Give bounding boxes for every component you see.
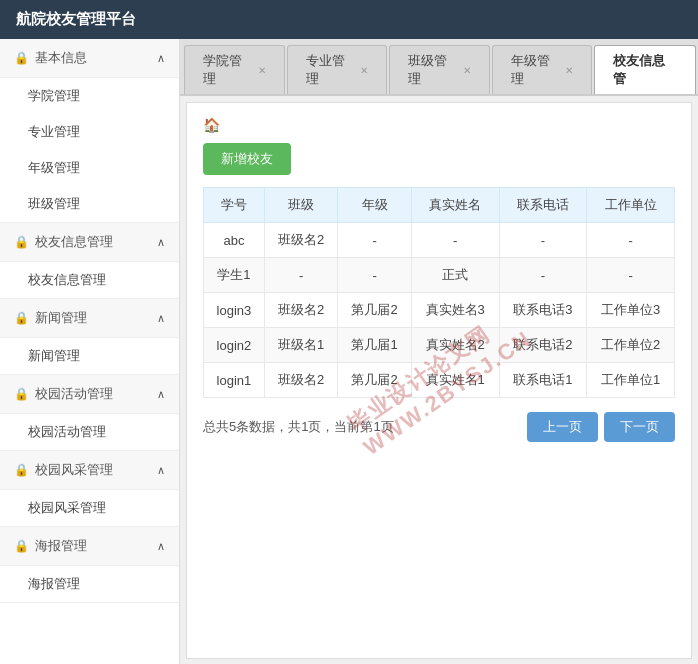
col-header-student-no: 学号 bbox=[204, 188, 265, 223]
tab-close-icon-3[interactable]: ✕ bbox=[463, 65, 471, 76]
table-cell-student_no: abc bbox=[204, 223, 265, 258]
col-header-company: 工作单位 bbox=[587, 188, 675, 223]
chevron-up-icon-4: ∧ bbox=[157, 388, 165, 401]
table-cell-grade: - bbox=[338, 258, 411, 293]
sidebar-section-basic-info: 🔒 基本信息 ∧ 学院管理 专业管理 年级管理 班级管理 bbox=[0, 39, 179, 223]
table-cell-grade: 第几届1 bbox=[338, 328, 411, 363]
home-icon[interactable]: 🏠 bbox=[203, 117, 220, 133]
table-cell-company: - bbox=[587, 223, 675, 258]
table-cell-company: - bbox=[587, 258, 675, 293]
col-header-grade: 年级 bbox=[338, 188, 411, 223]
tab-close-icon-4[interactable]: ✕ bbox=[565, 65, 573, 76]
table-cell-company: 工作单位3 bbox=[587, 293, 675, 328]
table-cell-phone: 联系电话1 bbox=[499, 363, 587, 398]
table-cell-company: 工作单位2 bbox=[587, 328, 675, 363]
chevron-up-icon-6: ∧ bbox=[157, 540, 165, 553]
lock-icon-6: 🔒 bbox=[14, 539, 29, 553]
lock-icon-3: 🔒 bbox=[14, 311, 29, 325]
tab-major-mgmt[interactable]: 专业管理 ✕ bbox=[287, 45, 388, 94]
sidebar-section-label-news: 新闻管理 bbox=[35, 309, 87, 327]
table-cell-real_name: 正式 bbox=[411, 258, 499, 293]
header: 航院校友管理平台 bbox=[0, 0, 698, 39]
app-title: 航院校友管理平台 bbox=[16, 10, 136, 27]
chevron-up-icon-2: ∧ bbox=[157, 236, 165, 249]
table-cell-grade: 第几届2 bbox=[338, 293, 411, 328]
tab-bar: 学院管理 ✕ 专业管理 ✕ 班级管理 ✕ 年级管理 ✕ 校友信息管 bbox=[180, 39, 698, 96]
lock-icon-5: 🔒 bbox=[14, 463, 29, 477]
table-cell-real_name: 真实姓名2 bbox=[411, 328, 499, 363]
table-cell-student_no: 学生1 bbox=[204, 258, 265, 293]
lock-icon-4: 🔒 bbox=[14, 387, 29, 401]
table-cell-grade: - bbox=[338, 223, 411, 258]
alumni-table: 学号 班级 年级 真实姓名 联系电话 工作单位 abc班级名2----学生1--… bbox=[203, 187, 675, 398]
table-cell-phone: - bbox=[499, 223, 587, 258]
sidebar-section-campus-style: 🔒 校园风采管理 ∧ 校园风采管理 bbox=[0, 451, 179, 527]
sidebar-section-label-campus-style: 校园风采管理 bbox=[35, 461, 113, 479]
chevron-up-icon: ∧ bbox=[157, 52, 165, 65]
sidebar-item-class-mgmt[interactable]: 班级管理 bbox=[0, 186, 179, 222]
sidebar-section-title-news[interactable]: 🔒 新闻管理 ∧ bbox=[0, 299, 179, 338]
tab-close-icon[interactable]: ✕ bbox=[258, 65, 266, 76]
main-content: 学院管理 ✕ 专业管理 ✕ 班级管理 ✕ 年级管理 ✕ 校友信息管 � bbox=[180, 39, 698, 664]
chevron-up-icon-5: ∧ bbox=[157, 464, 165, 477]
sidebar: 🔒 基本信息 ∧ 学院管理 专业管理 年级管理 班级管理 🔒 校友信息管理 ∧ bbox=[0, 39, 180, 664]
table-cell-real_name: 真实姓名3 bbox=[411, 293, 499, 328]
table-cell-real_name: - bbox=[411, 223, 499, 258]
table-cell-grade: 第几届2 bbox=[338, 363, 411, 398]
sidebar-item-grade-mgmt[interactable]: 年级管理 bbox=[0, 150, 179, 186]
sidebar-section-activity: 🔒 校园活动管理 ∧ 校园活动管理 bbox=[0, 375, 179, 451]
sidebar-section-label-basic-info: 基本信息 bbox=[35, 49, 87, 67]
table-cell-phone: - bbox=[499, 258, 587, 293]
table-header-row: 学号 班级 年级 真实姓名 联系电话 工作单位 bbox=[204, 188, 675, 223]
sidebar-section-title-campus-style[interactable]: 🔒 校园风采管理 ∧ bbox=[0, 451, 179, 490]
sidebar-item-college-mgmt[interactable]: 学院管理 bbox=[0, 78, 179, 114]
tab-class-mgmt[interactable]: 班级管理 ✕ bbox=[389, 45, 490, 94]
table-cell-class: 班级名1 bbox=[264, 328, 337, 363]
prev-page-button[interactable]: 上一页 bbox=[527, 412, 598, 442]
sidebar-item-alumni-info[interactable]: 校友信息管理 bbox=[0, 262, 179, 298]
sidebar-section-label-activity: 校园活动管理 bbox=[35, 385, 113, 403]
table-cell-company: 工作单位1 bbox=[587, 363, 675, 398]
lock-icon-2: 🔒 bbox=[14, 235, 29, 249]
new-alumni-button[interactable]: 新增校友 bbox=[203, 143, 291, 175]
content-area: 🏠 新增校友 学号 班级 年级 真实姓名 联系电话 工作单位 abc bbox=[186, 102, 692, 659]
pagination-bar: 总共5条数据，共1页，当前第1页 上一页 下一页 bbox=[203, 412, 675, 442]
table-cell-class: 班级名2 bbox=[264, 363, 337, 398]
sidebar-section-title-activity[interactable]: 🔒 校园活动管理 ∧ bbox=[0, 375, 179, 414]
sidebar-item-campus-style[interactable]: 校园风采管理 bbox=[0, 490, 179, 526]
sidebar-section-title-poster[interactable]: 🔒 海报管理 ∧ bbox=[0, 527, 179, 566]
tab-alumni-info[interactable]: 校友信息管 bbox=[594, 45, 696, 94]
table-row: login1班级名2第几届2真实姓名1联系电话1工作单位1 bbox=[204, 363, 675, 398]
sidebar-section-label-poster: 海报管理 bbox=[35, 537, 87, 555]
table-cell-class: 班级名2 bbox=[264, 223, 337, 258]
tab-college-mgmt[interactable]: 学院管理 ✕ bbox=[184, 45, 285, 94]
sidebar-section-title-basic-info[interactable]: 🔒 基本信息 ∧ bbox=[0, 39, 179, 78]
sidebar-section-news: 🔒 新闻管理 ∧ 新闻管理 bbox=[0, 299, 179, 375]
table-cell-phone: 联系电话3 bbox=[499, 293, 587, 328]
sidebar-section-poster: 🔒 海报管理 ∧ 海报管理 bbox=[0, 527, 179, 603]
next-page-button[interactable]: 下一页 bbox=[604, 412, 675, 442]
table-row: login3班级名2第几届2真实姓名3联系电话3工作单位3 bbox=[204, 293, 675, 328]
table-cell-phone: 联系电话2 bbox=[499, 328, 587, 363]
tab-close-icon-2[interactable]: ✕ bbox=[360, 65, 368, 76]
col-header-class: 班级 bbox=[264, 188, 337, 223]
sidebar-item-activity[interactable]: 校园活动管理 bbox=[0, 414, 179, 450]
table-cell-class: - bbox=[264, 258, 337, 293]
tab-grade-mgmt[interactable]: 年级管理 ✕ bbox=[492, 45, 593, 94]
pagination-buttons: 上一页 下一页 bbox=[527, 412, 675, 442]
lock-icon: 🔒 bbox=[14, 51, 29, 65]
table-row: 学生1--正式-- bbox=[204, 258, 675, 293]
col-header-phone: 联系电话 bbox=[499, 188, 587, 223]
table-row: login2班级名1第几届1真实姓名2联系电话2工作单位2 bbox=[204, 328, 675, 363]
sidebar-item-major-mgmt[interactable]: 专业管理 bbox=[0, 114, 179, 150]
sidebar-item-news[interactable]: 新闻管理 bbox=[0, 338, 179, 374]
sidebar-section-title-alumni-info[interactable]: 🔒 校友信息管理 ∧ bbox=[0, 223, 179, 262]
chevron-up-icon-3: ∧ bbox=[157, 312, 165, 325]
table-row: abc班级名2---- bbox=[204, 223, 675, 258]
breadcrumb: 🏠 bbox=[203, 113, 675, 143]
table-cell-student_no: login3 bbox=[204, 293, 265, 328]
sidebar-item-poster[interactable]: 海报管理 bbox=[0, 566, 179, 602]
table-cell-class: 班级名2 bbox=[264, 293, 337, 328]
sidebar-section-label-alumni-info: 校友信息管理 bbox=[35, 233, 113, 251]
col-header-real-name: 真实姓名 bbox=[411, 188, 499, 223]
